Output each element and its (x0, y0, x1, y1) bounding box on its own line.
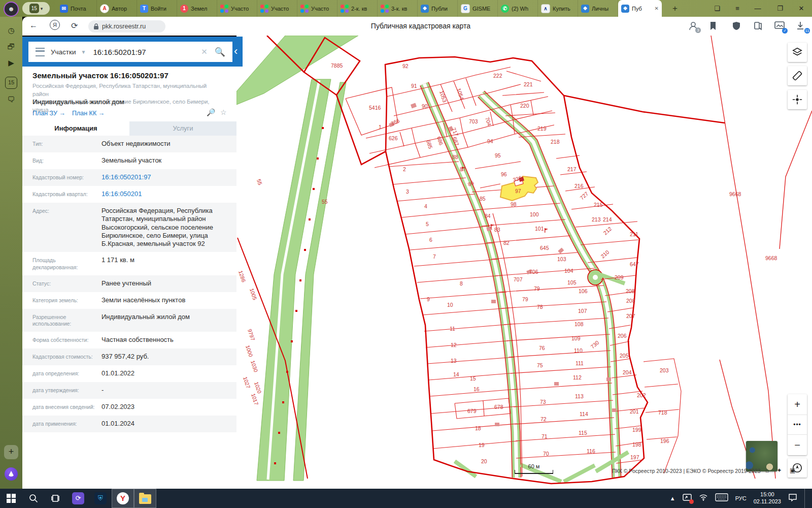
yandex-icon[interactable]: Я (50, 20, 60, 30)
row-value: 01.01.2022 (101, 369, 226, 378)
camera-bubble-icon[interactable]: 🗨 (5, 94, 17, 106)
feed-icon[interactable]: 🗗 (5, 41, 17, 53)
chevron-down-icon[interactable]: ▼ (81, 49, 86, 55)
browser-tab[interactable]: Участо (257, 0, 297, 17)
file-explorer-icon[interactable] (134, 489, 156, 508)
screenshot-icon[interactable]: ✓ (774, 21, 786, 32)
browser-tab[interactable]: 3-к. кв (378, 0, 418, 17)
parcel-label: 703 (469, 118, 478, 124)
screenshare-tray-icon[interactable] (683, 494, 692, 503)
parcel-label: 2 (403, 166, 406, 172)
tray-expand-icon[interactable]: ▲ (670, 495, 675, 501)
parcel-label: 218 (551, 139, 560, 145)
refresh-icon[interactable]: ⟳ (71, 21, 78, 30)
play-icon[interactable]: ▶ (5, 57, 17, 70)
doc-search-icon[interactable]: 🔎 (207, 108, 215, 116)
minimize-button[interactable]: — (750, 0, 765, 17)
photos-app-icon[interactable]: ⟳ (67, 489, 89, 508)
browser-tab[interactable]: 1Земел (177, 0, 217, 17)
parcel-label: 4 (424, 203, 427, 209)
parcel-label: 106 (579, 288, 588, 294)
menu-icon[interactable]: ≡ (730, 0, 745, 17)
tab-close-icon[interactable]: ✕ (655, 6, 659, 11)
browser-tab[interactable]: ✆(2) Wh (498, 0, 538, 17)
browser-tab[interactable]: ААвтор (97, 0, 137, 17)
row-value: - (101, 386, 226, 395)
browser-tab[interactable]: Участо (297, 0, 337, 17)
security-app-icon[interactable]: ⛨ (89, 489, 112, 508)
search-category-select[interactable]: Участки (51, 48, 76, 56)
zoom-more-button[interactable]: ••• (788, 415, 807, 435)
action-center-icon[interactable] (788, 493, 797, 503)
collections-icon[interactable] (753, 21, 764, 32)
show-desktop-button[interactable] (804, 489, 807, 508)
clear-search-icon[interactable]: ✕ (201, 47, 208, 56)
menu-burger-icon[interactable] (36, 48, 45, 56)
parcel-label: 16 (473, 386, 480, 392)
protect-shield-icon[interactable] (732, 21, 743, 32)
zoom-out-button[interactable]: − (788, 435, 807, 455)
row-label: Разрешенное использование: (32, 313, 101, 328)
tabs-panel-icon[interactable]: 15 (5, 77, 17, 89)
attribution-icons[interactable]: ⌂ ✦ ▣ (765, 467, 798, 474)
zoom-in-button[interactable]: + (788, 394, 807, 415)
downloads-icon[interactable]: 11 (796, 21, 807, 32)
close-button[interactable]: ✕ (794, 0, 809, 17)
browser-tab[interactable]: ✉Почта (57, 0, 97, 17)
marker-button[interactable] (788, 90, 807, 109)
browser-tab[interactable]: ∧Купить (538, 0, 578, 17)
whatsapp-icon: ✆ (501, 5, 509, 13)
tab-information[interactable]: Информация (22, 121, 129, 136)
back-icon[interactable]: ← (29, 21, 38, 30)
parcel-label: 7 (433, 253, 436, 260)
browser-tab[interactable]: ТВойти (137, 0, 177, 17)
touch-keyboard-icon[interactable] (715, 493, 728, 503)
new-tab-button[interactable]: + (669, 3, 681, 15)
tab-label: Почта (71, 6, 86, 12)
map-canvas[interactable]: 7885929110531054222221541690220366162671… (236, 36, 812, 489)
layers-button[interactable] (788, 43, 807, 62)
history-icon[interactable]: ◷ (5, 25, 17, 37)
browser-tab-active[interactable]: ❖Пуб✕ (618, 0, 662, 17)
parcel-label: 1053 (438, 90, 448, 103)
tab-counter[interactable]: 15 ▾ (22, 2, 50, 15)
buildings-layer (389, 103, 617, 426)
plan-zu-link[interactable]: План ЗУ → (32, 110, 65, 117)
browser-tab[interactable]: Участо (217, 0, 257, 17)
search-icon[interactable]: 🔍 (215, 47, 225, 57)
favorite-star-icon[interactable]: ☆ (220, 108, 227, 116)
restore-button[interactable]: ❐ (772, 0, 788, 17)
plan-kk-link[interactable]: План КК → (72, 110, 105, 117)
profile-avatar[interactable]: ☻ (4, 2, 19, 17)
browser-tab[interactable]: 2-к. кв (337, 0, 378, 17)
tab-services[interactable]: Услуги (129, 121, 236, 136)
clock[interactable]: 15:00 02.11.2023 (754, 491, 781, 505)
browser-tab[interactable]: ❖Публи (418, 0, 458, 17)
collapse-panel-icon[interactable]: ‹ (234, 44, 238, 59)
parcel-label: 3 (406, 188, 409, 195)
alice-assistant-icon[interactable] (5, 467, 18, 481)
task-view-icon[interactable] (45, 489, 67, 508)
ruler-button[interactable] (788, 66, 807, 85)
language-indicator[interactable]: РУС (735, 495, 747, 501)
map-attribution: ПКК © Росреестр 2010-2023 | ЕЭКО © Росре… (612, 468, 761, 474)
bookmark-icon[interactable] (708, 21, 720, 32)
row-value-link[interactable]: 16:16:050201 (101, 190, 226, 199)
taskbar-search-icon[interactable] (22, 489, 45, 508)
row-value: 1 171 кв. м (101, 256, 226, 271)
profile-ghost-icon[interactable]: 3 (688, 21, 699, 32)
add-panel-button[interactable]: + (4, 445, 18, 459)
browser-tab[interactable]: GGISME (458, 0, 498, 17)
browser-tab[interactable]: ❖Личны (578, 0, 618, 17)
row-value: Объект недвижимости (101, 140, 226, 148)
wifi-tray-icon[interactable] (699, 494, 708, 503)
yandex-browser-taskbar-icon[interactable]: Y (112, 489, 134, 508)
parcel-label: 100 (530, 211, 539, 217)
address-bar[interactable]: pkk.rosreestr.ru (88, 20, 165, 33)
table-row: Вид:Земельный участок (22, 152, 236, 169)
mail-icon: ✉ (60, 5, 68, 13)
start-button[interactable] (0, 489, 22, 508)
side-panel-icon[interactable]: ❏ (709, 0, 725, 17)
row-value-link[interactable]: 16:16:050201:97 (101, 173, 226, 182)
search-input[interactable]: 16:16:50201:97 (93, 48, 201, 56)
